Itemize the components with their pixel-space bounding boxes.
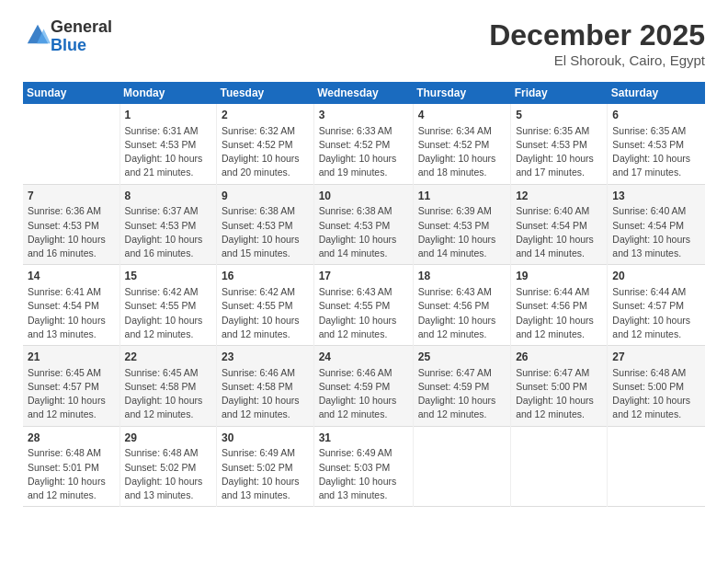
day-info: Sunrise: 6:39 AMSunset: 4:53 PMDaylight:…	[418, 204, 506, 260]
day-number: 20	[612, 269, 700, 284]
day-header-monday: Monday	[119, 82, 216, 104]
day-number: 7	[28, 189, 115, 204]
day-header-thursday: Thursday	[413, 82, 510, 104]
day-number: 2	[222, 108, 309, 123]
day-info: Sunrise: 6:31 AMSunset: 4:53 PMDaylight:…	[125, 124, 211, 180]
day-number: 25	[418, 350, 506, 365]
calendar-cell: 27Sunrise: 6:48 AMSunset: 5:00 PMDayligh…	[608, 346, 705, 427]
day-info: Sunrise: 6:42 AMSunset: 4:55 PMDaylight:…	[222, 285, 309, 341]
day-number: 21	[28, 350, 115, 365]
calendar-cell: 15Sunrise: 6:42 AMSunset: 4:55 PMDayligh…	[119, 265, 216, 346]
logo-text: General Blue	[51, 18, 112, 55]
day-number: 29	[125, 431, 211, 446]
calendar-cell: 20Sunrise: 6:44 AMSunset: 4:57 PMDayligh…	[608, 265, 705, 346]
day-info: Sunrise: 6:32 AMSunset: 4:52 PMDaylight:…	[222, 124, 309, 180]
day-number: 17	[319, 269, 408, 284]
day-info: Sunrise: 6:40 AMSunset: 4:54 PMDaylight:…	[612, 204, 700, 260]
day-info: Sunrise: 6:43 AMSunset: 4:55 PMDaylight:…	[319, 285, 408, 341]
calendar-cell: 31Sunrise: 6:49 AMSunset: 5:03 PMDayligh…	[313, 426, 413, 507]
day-number: 12	[516, 189, 602, 204]
day-info: Sunrise: 6:37 AMSunset: 4:53 PMDaylight:…	[125, 204, 211, 260]
calendar-cell: 6Sunrise: 6:35 AMSunset: 4:53 PMDaylight…	[608, 104, 705, 184]
calendar-cell	[511, 426, 608, 507]
day-number: 11	[418, 189, 506, 204]
day-info: Sunrise: 6:48 AMSunset: 5:01 PMDaylight:…	[28, 446, 115, 502]
title-block: December 2025 El Shorouk, Cairo, Egypt	[489, 18, 705, 68]
day-info: Sunrise: 6:33 AMSunset: 4:52 PMDaylight:…	[319, 124, 408, 180]
logo-icon	[25, 22, 51, 48]
day-info: Sunrise: 6:48 AMSunset: 5:00 PMDaylight:…	[612, 366, 700, 422]
calendar-cell: 21Sunrise: 6:45 AMSunset: 4:57 PMDayligh…	[23, 346, 119, 427]
day-info: Sunrise: 6:44 AMSunset: 4:56 PMDaylight:…	[516, 285, 602, 341]
day-header-wednesday: Wednesday	[313, 82, 413, 104]
day-info: Sunrise: 6:49 AMSunset: 5:02 PMDaylight:…	[222, 446, 309, 502]
day-info: Sunrise: 6:38 AMSunset: 4:53 PMDaylight:…	[319, 204, 408, 260]
calendar-cell: 16Sunrise: 6:42 AMSunset: 4:55 PMDayligh…	[216, 265, 313, 346]
day-info: Sunrise: 6:49 AMSunset: 5:03 PMDaylight:…	[319, 446, 408, 502]
day-number: 9	[222, 189, 309, 204]
day-info: Sunrise: 6:40 AMSunset: 4:54 PMDaylight:…	[516, 204, 602, 260]
location: El Shorouk, Cairo, Egypt	[489, 52, 705, 68]
day-info: Sunrise: 6:46 AMSunset: 4:58 PMDaylight:…	[222, 366, 309, 422]
calendar-cell: 2Sunrise: 6:32 AMSunset: 4:52 PMDaylight…	[216, 104, 313, 184]
day-info: Sunrise: 6:46 AMSunset: 4:59 PMDaylight:…	[319, 366, 408, 422]
week-row-4: 21Sunrise: 6:45 AMSunset: 4:57 PMDayligh…	[23, 346, 705, 427]
day-number: 27	[612, 350, 700, 365]
day-header-sunday: Sunday	[23, 82, 119, 104]
day-info: Sunrise: 6:35 AMSunset: 4:53 PMDaylight:…	[612, 124, 700, 180]
calendar-cell: 24Sunrise: 6:46 AMSunset: 4:59 PMDayligh…	[313, 346, 413, 427]
calendar-cell: 3Sunrise: 6:33 AMSunset: 4:52 PMDaylight…	[313, 104, 413, 184]
calendar-cell: 18Sunrise: 6:43 AMSunset: 4:56 PMDayligh…	[413, 265, 510, 346]
week-row-2: 7Sunrise: 6:36 AMSunset: 4:53 PMDaylight…	[23, 184, 705, 265]
calendar-cell	[608, 426, 705, 507]
day-header-friday: Friday	[511, 82, 608, 104]
day-info: Sunrise: 6:36 AMSunset: 4:53 PMDaylight:…	[28, 204, 115, 260]
day-header-tuesday: Tuesday	[216, 82, 313, 104]
day-info: Sunrise: 6:34 AMSunset: 4:52 PMDaylight:…	[418, 124, 506, 180]
day-info: Sunrise: 6:48 AMSunset: 5:02 PMDaylight:…	[125, 446, 211, 502]
day-info: Sunrise: 6:47 AMSunset: 4:59 PMDaylight:…	[418, 366, 506, 422]
day-number: 13	[612, 189, 700, 204]
calendar-cell: 30Sunrise: 6:49 AMSunset: 5:02 PMDayligh…	[216, 426, 313, 507]
day-number: 31	[319, 431, 408, 446]
day-info: Sunrise: 6:45 AMSunset: 4:58 PMDaylight:…	[125, 366, 211, 422]
day-info: Sunrise: 6:38 AMSunset: 4:53 PMDaylight:…	[222, 204, 309, 260]
week-row-1: 1Sunrise: 6:31 AMSunset: 4:53 PMDaylight…	[23, 104, 705, 184]
day-number: 16	[222, 269, 309, 284]
day-info: Sunrise: 6:42 AMSunset: 4:55 PMDaylight:…	[125, 285, 211, 341]
calendar-cell: 26Sunrise: 6:47 AMSunset: 5:00 PMDayligh…	[511, 346, 608, 427]
day-number: 6	[612, 108, 700, 123]
day-number: 5	[516, 108, 602, 123]
calendar-cell: 28Sunrise: 6:48 AMSunset: 5:01 PMDayligh…	[23, 426, 119, 507]
day-number: 30	[222, 431, 309, 446]
day-number: 10	[319, 189, 408, 204]
calendar-cell	[23, 104, 119, 184]
day-number: 8	[125, 189, 211, 204]
day-number: 28	[28, 431, 115, 446]
calendar-cell: 23Sunrise: 6:46 AMSunset: 4:58 PMDayligh…	[216, 346, 313, 427]
calendar-cell: 14Sunrise: 6:41 AMSunset: 4:54 PMDayligh…	[23, 265, 119, 346]
day-number: 4	[418, 108, 506, 123]
day-number: 23	[222, 350, 309, 365]
day-number: 24	[319, 350, 408, 365]
calendar-cell: 12Sunrise: 6:40 AMSunset: 4:54 PMDayligh…	[511, 184, 608, 265]
calendar-cell: 29Sunrise: 6:48 AMSunset: 5:02 PMDayligh…	[119, 426, 216, 507]
day-info: Sunrise: 6:43 AMSunset: 4:56 PMDaylight:…	[418, 285, 506, 341]
calendar-cell: 11Sunrise: 6:39 AMSunset: 4:53 PMDayligh…	[413, 184, 510, 265]
day-info: Sunrise: 6:41 AMSunset: 4:54 PMDaylight:…	[28, 285, 115, 341]
logo-general: General	[51, 17, 112, 36]
day-info: Sunrise: 6:47 AMSunset: 5:00 PMDaylight:…	[516, 366, 602, 422]
week-row-5: 28Sunrise: 6:48 AMSunset: 5:01 PMDayligh…	[23, 426, 705, 507]
calendar-cell: 7Sunrise: 6:36 AMSunset: 4:53 PMDaylight…	[23, 184, 119, 265]
day-number: 3	[319, 108, 408, 123]
day-info: Sunrise: 6:45 AMSunset: 4:57 PMDaylight:…	[28, 366, 115, 422]
day-number: 15	[125, 269, 211, 284]
calendar-cell	[413, 426, 510, 507]
calendar-cell: 22Sunrise: 6:45 AMSunset: 4:58 PMDayligh…	[119, 346, 216, 427]
calendar-cell: 17Sunrise: 6:43 AMSunset: 4:55 PMDayligh…	[313, 265, 413, 346]
day-info: Sunrise: 6:44 AMSunset: 4:57 PMDaylight:…	[612, 285, 700, 341]
page-container: General Blue December 2025 El Shorouk, C…	[0, 0, 728, 521]
calendar-cell: 10Sunrise: 6:38 AMSunset: 4:53 PMDayligh…	[313, 184, 413, 265]
calendar-header-row: SundayMondayTuesdayWednesdayThursdayFrid…	[23, 82, 705, 104]
day-number: 14	[28, 269, 115, 284]
